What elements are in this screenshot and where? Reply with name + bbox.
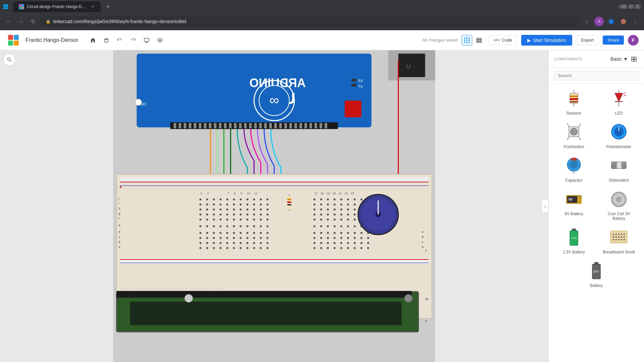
component-9vbattery[interactable]: 9V 9V Battery bbox=[557, 188, 591, 221]
svg-point-177 bbox=[240, 219, 242, 221]
visibility-tool-button[interactable] bbox=[155, 35, 165, 46]
svg-point-205 bbox=[334, 225, 336, 227]
1v5battery-label: 1.5V Battery bbox=[563, 250, 585, 254]
forward-button[interactable]: → bbox=[16, 17, 25, 26]
settings-button[interactable]: ⋮ bbox=[631, 17, 640, 26]
svg-rect-27 bbox=[194, 123, 197, 128]
component-breadboardsmall[interactable]: Breadboard Small bbox=[602, 226, 636, 254]
svg-rect-43 bbox=[274, 123, 277, 128]
svg-text:a: a bbox=[119, 245, 120, 249]
svg-point-194 bbox=[220, 225, 222, 227]
svg-point-246 bbox=[340, 237, 342, 239]
browser-tab[interactable]: Circuit design Frantic Hango-De... × bbox=[13, 1, 101, 12]
panel-collapse-button[interactable]: › bbox=[542, 199, 548, 213]
logo-cell-tl bbox=[8, 35, 13, 40]
right-panel: Components Basic ▼ bbox=[548, 50, 644, 362]
extension2-button[interactable]: 🟤 bbox=[619, 17, 628, 26]
user-avatar[interactable]: F bbox=[628, 35, 639, 46]
svg-point-159 bbox=[253, 214, 255, 216]
svg-text:BAT: BAT bbox=[594, 270, 599, 273]
component-coincell[interactable]: Coin Cell 3V Battery bbox=[602, 188, 636, 221]
svg-text:c: c bbox=[422, 240, 424, 244]
svg-point-235 bbox=[226, 237, 228, 239]
header-right: All changes saved </> Code ▶ Start Simul… bbox=[422, 35, 639, 46]
svg-point-154 bbox=[220, 214, 222, 216]
component-potentiometer[interactable]: Potentiometer bbox=[602, 121, 636, 149]
svg-point-56 bbox=[135, 99, 142, 106]
svg-text:21: 21 bbox=[339, 192, 342, 195]
export-button[interactable]: Export bbox=[576, 35, 599, 45]
svg-line-353 bbox=[579, 123, 581, 127]
bookmark-button[interactable]: ☆ bbox=[582, 17, 592, 26]
svg-marker-343 bbox=[615, 93, 623, 102]
component-slideswitch[interactable]: Slideswitch bbox=[602, 155, 636, 183]
svg-point-171 bbox=[200, 219, 202, 221]
zoom-indicator[interactable] bbox=[3, 54, 15, 66]
list-view-button[interactable] bbox=[474, 35, 484, 46]
component-battery[interactable]: BAT Battery bbox=[580, 260, 613, 288]
resistor-label: Resistor bbox=[567, 111, 581, 116]
coincell-label: Coin Cell 3V Battery bbox=[602, 212, 636, 221]
share-button[interactable]: Share bbox=[603, 36, 624, 45]
component-capacitor[interactable]: Capacitor bbox=[557, 155, 591, 183]
browser-toolbar: ← → ↻ 🔒 tinkercad.com/things/jwGe39N0wyN… bbox=[0, 13, 644, 29]
led-icon bbox=[608, 87, 630, 109]
svg-text:20: 20 bbox=[333, 192, 336, 195]
basic-dropdown[interactable]: Basic ▼ bbox=[610, 56, 628, 62]
svg-point-165 bbox=[334, 214, 336, 216]
svg-point-286 bbox=[340, 247, 342, 249]
schematic-view-button[interactable] bbox=[462, 35, 472, 46]
svg-point-112 bbox=[206, 203, 208, 205]
start-simulation-button[interactable]: ▶ Start Simulation bbox=[521, 35, 572, 46]
panel-title-row: Components bbox=[554, 57, 582, 61]
components-label: Components bbox=[554, 57, 582, 61]
search-box bbox=[549, 68, 644, 83]
svg-point-397 bbox=[624, 239, 625, 240]
profile-button[interactable]: A bbox=[594, 17, 604, 26]
code-button[interactable]: </> Code bbox=[488, 35, 517, 45]
svg-rect-52 bbox=[320, 123, 322, 128]
component-pushbutton[interactable]: Pushbutton bbox=[557, 121, 591, 149]
circuit-canvas[interactable]: ⊌ ARDUINO UNO ∞ bbox=[0, 50, 548, 362]
tab-close-button[interactable]: × bbox=[90, 4, 95, 9]
component-led[interactable]: LED bbox=[602, 87, 636, 116]
code-icon: </> bbox=[493, 38, 500, 43]
components-row-2: Pushbutton Potentiometer bbox=[553, 121, 640, 149]
svg-text:10: 10 bbox=[247, 192, 250, 195]
svg-point-240 bbox=[260, 237, 262, 239]
svg-point-162 bbox=[314, 214, 316, 216]
svg-point-394 bbox=[615, 239, 617, 240]
redo-tool-button[interactable] bbox=[128, 35, 139, 46]
svg-text:+: + bbox=[119, 184, 122, 190]
home-tool-button[interactable] bbox=[88, 35, 98, 46]
canvas-area[interactable]: ⊌ ARDUINO UNO ∞ bbox=[0, 50, 548, 362]
svg-point-181 bbox=[267, 219, 269, 221]
component-resistor[interactable]: Resistor bbox=[557, 87, 591, 116]
delete-tool-button[interactable] bbox=[101, 35, 112, 46]
back-button[interactable]: ← bbox=[4, 17, 13, 26]
undo-tool-button[interactable] bbox=[114, 35, 125, 46]
svg-point-284 bbox=[327, 247, 329, 249]
svg-point-192 bbox=[206, 225, 208, 227]
svg-point-216 bbox=[233, 232, 235, 234]
new-tab-button[interactable]: + bbox=[103, 2, 113, 11]
address-bar[interactable]: 🔒 tinkercad.com/things/jwGe39N0wyN-frant… bbox=[40, 16, 580, 27]
list-view-toggle-button[interactable] bbox=[629, 54, 639, 64]
svg-point-137 bbox=[240, 208, 242, 210]
extension1-button[interactable]: 🔵 bbox=[606, 17, 616, 26]
panel-header: Components Basic ▼ bbox=[549, 50, 644, 68]
battery-label: Battery bbox=[590, 283, 603, 288]
svg-rect-14 bbox=[398, 54, 425, 77]
breadboardsmall-label: Breadboard Small bbox=[603, 250, 635, 254]
pushbutton-label: Pushbutton bbox=[564, 144, 584, 149]
svg-point-392 bbox=[624, 236, 625, 238]
svg-point-168 bbox=[354, 214, 356, 216]
led-label: LED bbox=[615, 111, 623, 116]
svg-point-244 bbox=[327, 237, 329, 239]
svg-point-264 bbox=[327, 242, 329, 244]
reload-button[interactable]: ↻ bbox=[28, 17, 38, 26]
svg-point-219 bbox=[253, 232, 255, 234]
comment-tool-button[interactable] bbox=[141, 35, 152, 46]
search-input[interactable] bbox=[554, 71, 639, 80]
component-1v5battery[interactable]: 1.5V 1.5V Battery bbox=[557, 226, 591, 254]
